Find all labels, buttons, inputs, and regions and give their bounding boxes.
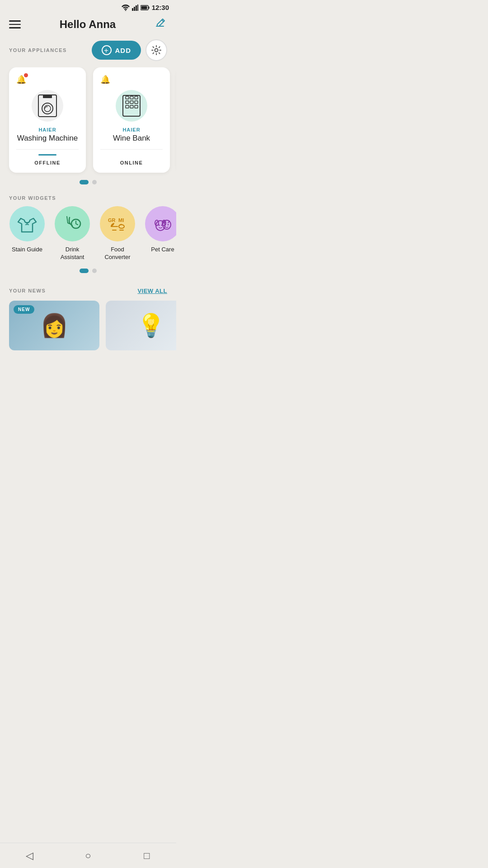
add-button-label: ADD — [115, 47, 131, 54]
svg-rect-23 — [135, 105, 138, 108]
svg-rect-3 — [136, 5, 137, 11]
svg-point-12 — [42, 103, 53, 114]
settings-button[interactable] — [145, 39, 167, 61]
new-badge: NEW — [14, 305, 34, 314]
svg-point-24 — [26, 222, 28, 224]
appliance-card-content: HAIER Washing Machine OFFLINE — [16, 127, 79, 165]
appliances-scroll[interactable]: 🔔 HAIER Washing Machine OFFLINE 🔔 — [0, 67, 176, 180]
appliances-label: YOUR APPLIANCES — [9, 47, 67, 53]
news-section: YOUR NEWS VIEW ALL 👩 NEW 💡 — [0, 288, 176, 359]
svg-rect-20 — [135, 101, 138, 104]
news-card-1[interactable]: 👩 NEW — [9, 301, 99, 350]
drink-clock-icon — [62, 214, 82, 234]
time-display: 12:30 — [152, 4, 169, 11]
gear-icon — [151, 45, 161, 55]
svg-rect-18 — [126, 101, 129, 104]
appliance-brand: HAIER — [16, 127, 79, 132]
status-bar: 12:30 — [0, 0, 176, 13]
washing-machine-icon — [37, 94, 58, 118]
svg-rect-4 — [137, 5, 138, 11]
appliances-pagination — [0, 180, 176, 184]
svg-point-36 — [168, 224, 169, 226]
appliance-name-2: Wine Bank — [100, 134, 163, 143]
svg-rect-17 — [135, 96, 138, 99]
widgets-label: YOUR WIDGETS — [0, 195, 176, 206]
news-card-bg-2: 💡 — [106, 301, 176, 350]
shirt-icon — [17, 214, 37, 234]
svg-point-13 — [44, 105, 51, 112]
svg-text:GR: GR — [108, 217, 116, 223]
appliance-status-2: ONLINE — [100, 160, 163, 165]
appliances-section-header: YOUR APPLIANCES + ADD — [0, 39, 176, 67]
drink-assistant-icon-circle — [55, 206, 90, 241]
battery-icon — [141, 5, 150, 10]
svg-rect-11 — [43, 95, 52, 98]
wifi-icon — [122, 5, 130, 11]
svg-rect-19 — [130, 101, 133, 104]
stain-guide-label: Stain Guide — [12, 246, 42, 254]
app-header: Hello Anna — [0, 13, 176, 39]
edit-button[interactable] — [155, 17, 167, 32]
svg-text:MI: MI — [118, 217, 124, 223]
svg-rect-1 — [132, 8, 133, 11]
svg-point-32 — [159, 225, 160, 226]
svg-rect-10 — [38, 95, 56, 117]
widget-food-converter[interactable]: GR MI Food Converter — [99, 206, 136, 261]
appliance-brand-2: HAIER — [100, 127, 163, 132]
menu-button[interactable] — [9, 20, 21, 28]
notification-dot — [24, 73, 28, 77]
widget-pet-care[interactable]: Pet Care — [145, 206, 176, 261]
appliance-icon-wrap-2 — [116, 90, 147, 122]
news-card-2[interactable]: 💡 — [106, 301, 176, 350]
notification-bell-icon-2: 🔔 — [100, 75, 110, 85]
widget-pagination-dot-inactive — [92, 269, 97, 273]
widget-pagination-dot-active — [80, 269, 89, 273]
page-title: Hello Anna — [60, 18, 116, 31]
drink-assistant-label: Drink Assistant — [61, 246, 84, 261]
add-appliance-button[interactable]: + ADD — [92, 41, 141, 60]
food-converter-icon: GR MI — [107, 214, 128, 234]
svg-point-9 — [155, 49, 158, 52]
svg-rect-21 — [126, 105, 129, 108]
food-converter-icon-circle: GR MI — [100, 206, 135, 241]
svg-rect-2 — [134, 7, 135, 11]
view-all-button[interactable]: VIEW ALL — [137, 288, 167, 294]
pet-care-icon — [152, 214, 173, 234]
svg-rect-16 — [130, 96, 133, 99]
news-scroll[interactable]: 👩 NEW 💡 — [0, 301, 176, 359]
svg-rect-22 — [130, 105, 133, 108]
widget-drink-assistant[interactable]: Drink Assistant — [54, 206, 90, 261]
svg-rect-15 — [126, 96, 129, 99]
appliance-card-content-2: HAIER Wine Bank ONLINE — [100, 127, 163, 165]
signal-icon — [132, 5, 138, 11]
widgets-section: YOUR WIDGETS Stain Guide — [0, 195, 176, 288]
status-indicator-bar — [38, 154, 56, 156]
food-converter-label: Food Converter — [104, 246, 130, 261]
appliance-status: OFFLINE — [16, 160, 79, 165]
pagination-dot-active — [80, 180, 89, 184]
notification-bell-icon: 🔔 — [16, 75, 26, 85]
news-header: YOUR NEWS VIEW ALL — [0, 288, 176, 301]
widgets-pagination — [0, 269, 176, 273]
widgets-scroll[interactable]: Stain Guide Drink Assistant GR MI — [0, 206, 176, 269]
svg-rect-7 — [141, 6, 147, 9]
widget-stain-guide[interactable]: Stain Guide — [9, 206, 45, 261]
status-icons: 12:30 — [122, 4, 169, 11]
stain-guide-icon-circle — [9, 206, 45, 241]
news-label: YOUR NEWS — [9, 288, 46, 293]
appliance-card-wine-bank[interactable]: 🔔 HAIER Wine Bank ONLINE — [93, 67, 170, 173]
pagination-dot-inactive — [92, 180, 97, 184]
pet-care-label: Pet Care — [151, 246, 174, 254]
wine-bank-icon — [122, 94, 141, 117]
appliance-card-washing-machine[interactable]: 🔔 HAIER Washing Machine OFFLINE — [9, 67, 86, 173]
svg-point-35 — [165, 224, 166, 226]
pet-care-icon-circle — [145, 206, 176, 241]
svg-point-0 — [125, 10, 126, 11]
svg-rect-6 — [148, 6, 149, 9]
plus-circle-icon: + — [102, 45, 112, 55]
appliance-name: Washing Machine — [16, 134, 79, 143]
appliances-actions: + ADD — [92, 39, 168, 61]
appliance-icon-wrap — [32, 90, 63, 122]
